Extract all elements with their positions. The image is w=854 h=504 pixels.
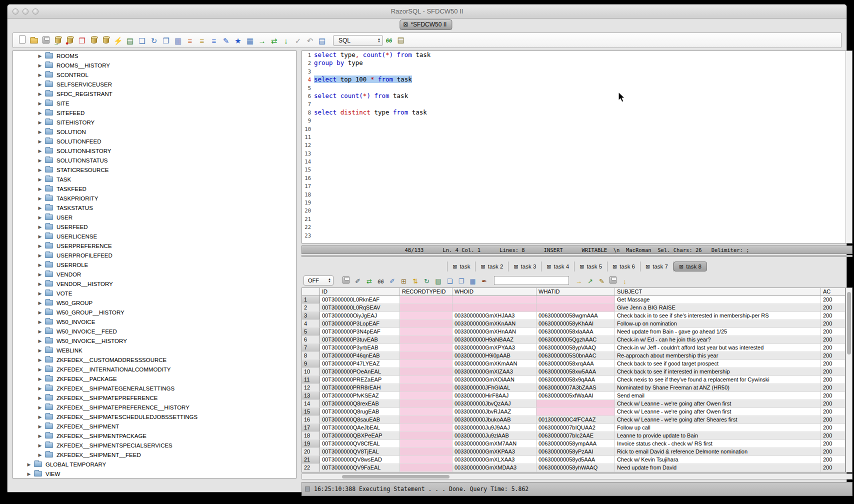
editor-line[interactable]: 13 — [302, 150, 852, 158]
editor-line[interactable]: 10 — [302, 125, 852, 133]
table-cell[interactable]: 0033000000GmXKPAA3 — [452, 448, 536, 456]
disclosure-triangle-icon[interactable]: ▶ — [37, 206, 43, 210]
table-cell[interactable]: Leanne to provide update to Bain — [615, 432, 821, 440]
table-cell[interactable]: 0033000000HirF8AAJ — [452, 392, 536, 400]
disclosure-triangle-icon[interactable]: ▶ — [37, 282, 43, 286]
table-cell[interactable]: 200 — [821, 304, 846, 312]
table-cell[interactable]: 00T3000000QBXPeEAP — [320, 432, 400, 440]
edit-sql-icon[interactable]: ✎ — [221, 36, 231, 46]
table-cell[interactable]: 00630000007A3bZAAS — [536, 384, 615, 392]
table-cell[interactable] — [400, 448, 452, 456]
sidebar-item-sitefeed[interactable]: ▶SITEFEED — [13, 108, 296, 118]
sidebar-item-task[interactable]: ▶TASK — [13, 174, 296, 184]
pen-icon[interactable]: ✒ — [480, 276, 489, 286]
disclosure-triangle-icon[interactable]: ▶ — [37, 443, 43, 448]
table-cell[interactable]: 200 — [821, 384, 846, 392]
table-cell[interactable]: 00T3000000P3tuvEAB — [320, 336, 400, 344]
format-sql-icon[interactable]: ≡ — [209, 36, 219, 46]
table-cell[interactable]: Nominated by Shane Freeman at ANZ (HR50) — [615, 384, 821, 392]
disclosure-triangle-icon[interactable]: ▶ — [37, 253, 43, 258]
table-cell[interactable]: 006300000058yPzAAI — [536, 448, 615, 456]
execute-script-icon[interactable]: ▤ — [125, 36, 135, 46]
sidebar-item-w50-invoice[interactable]: ▶W50_INVOICE — [13, 317, 296, 326]
table-cell[interactable]: 0033000000GmXM7AAN — [452, 440, 536, 448]
sidebar-item-userpreference[interactable]: ▶USERPREFERENCE — [13, 241, 296, 250]
disclosure-triangle-icon[interactable]: ▶ — [37, 186, 43, 192]
table-cell[interactable]: 0033000000Ju9zlAAB — [452, 432, 536, 440]
go-next-icon[interactable]: → — [257, 36, 267, 46]
table-cell[interactable]: 200 — [821, 368, 846, 376]
sql-editor[interactable]: 1select type, count(*) from task2group b… — [302, 50, 852, 244]
table-cell[interactable]: 00T3000000OiyJgEAJ — [320, 312, 400, 320]
disclosure-triangle-icon[interactable]: ▶ — [37, 177, 43, 182]
column-header-whoid[interactable]: WHOID — [452, 288, 536, 296]
validate-icon[interactable]: ✓ — [293, 36, 303, 46]
editor-line[interactable]: 21 — [302, 215, 852, 223]
page-icon[interactable]: ❏ — [445, 276, 454, 286]
close-connections-icon[interactable]: ❐ — [77, 36, 87, 46]
table-cell[interactable] — [536, 296, 615, 304]
editor-line[interactable]: 12 — [302, 141, 852, 149]
table-cell[interactable]: 0033000000JbvQzAAJ — [452, 400, 536, 408]
sidebar-item-zkfedex-internationalcommodity[interactable]: ▶ZKFEDEX__INTERNATIONALCOMMODITY — [13, 364, 296, 374]
table-cell[interactable]: 006300000058xw5AAA — [536, 368, 615, 376]
table-row[interactable]: 2100T3000000QV8wsEAD0033000000GmXLXAA300… — [302, 456, 845, 464]
disclosure-triangle-icon[interactable]: ▶ — [37, 82, 43, 87]
refresh-results-icon[interactable]: ⇄ — [364, 276, 374, 286]
table-cell[interactable]: 200 — [821, 400, 846, 408]
table-cell[interactable]: Follow up call — [615, 424, 821, 432]
close-tab-icon[interactable]: ⊠ — [580, 264, 584, 270]
reload-objects-icon[interactable]: ↻ — [149, 36, 159, 46]
disclosure-triangle-icon[interactable]: ▶ — [37, 196, 43, 201]
table-cell[interactable] — [400, 368, 452, 376]
sidebar-item-vendor-history[interactable]: ▶VENDOR__HISTORY — [13, 279, 296, 288]
disclosure-triangle-icon[interactable]: ▶ — [37, 414, 43, 420]
table-cell[interactable]: Need update from David — [615, 464, 821, 472]
table-cell[interactable]: 00T3000000PRR8rEAH — [320, 384, 400, 392]
table-cell[interactable]: Check back in to see if she's interested… — [615, 312, 821, 320]
close-tab-icon[interactable]: ⊠ — [480, 264, 485, 270]
sidebar-item-rooms[interactable]: ▶ROOMS — [13, 51, 296, 60]
table-cell[interactable]: 200 — [821, 344, 846, 352]
table-cell[interactable]: 00T3000000L0RqSEAV — [320, 304, 400, 312]
sidebar-item-vote[interactable]: ▶VOTE — [13, 288, 296, 298]
table-cell[interactable]: 00T3000000PfvKSEAZ — [320, 392, 400, 400]
sort-lines-icon[interactable]: ≡ — [197, 36, 207, 46]
lookup-66-icon[interactable]: 66 — [384, 36, 394, 46]
sidebar-item-solution[interactable]: ▶SOLUTION — [13, 127, 296, 136]
table-cell[interactable] — [536, 400, 615, 408]
table-row[interactable]: 2200T3000000QV9FaEAL0033000000GmXMDAA300… — [302, 464, 845, 472]
table-cell[interactable]: 0033000000Ju9J9AAJ — [452, 424, 536, 432]
disclosure-triangle-icon[interactable]: ▶ — [37, 234, 43, 239]
reference-book-icon[interactable]: ▥ — [173, 36, 183, 46]
title-bar[interactable]: RazorSQL - SFDCW50 II — [8, 4, 846, 18]
sidebar-item-zkfedex-shipmatescheduledjobssettings[interactable]: ▶ZKFEDEX__SHIPMATESCHEDULEDJOBSSETTINGS — [13, 412, 296, 422]
result-tab-task-7[interactable]: ⊠task 7 — [640, 262, 674, 272]
table-cell[interactable]: Check-in w/ Jeff - couldn't afford last … — [615, 344, 821, 352]
sidebar-item-view[interactable]: ▶VIEW — [13, 469, 296, 478]
table-cell[interactable]: 0033000000GmXIZAA3 — [452, 368, 536, 376]
sidebar-item-zkfedex-package[interactable]: ▶ZKFEDEX__PACKAGE — [13, 374, 296, 384]
table-cell[interactable]: 200 — [821, 416, 846, 424]
table-cell[interactable]: 00T3000000POeAnEAL — [320, 368, 400, 376]
new-connection-icon[interactable] — [89, 35, 99, 45]
editor-line[interactable]: 18 — [302, 190, 852, 198]
sidebar-item-solutionstatus[interactable]: ▶SOLUTIONSTATUS — [13, 156, 296, 165]
table-cell[interactable]: 006300000058wgmAAA — [536, 312, 615, 320]
table-cell[interactable]: 006300000058yKhAAI — [536, 320, 615, 328]
table-cell[interactable]: 200 — [821, 296, 846, 304]
sidebar-item-w50-invoice-feed[interactable]: ▶W50_INVOICE__FEED — [13, 326, 296, 336]
sidebar-item-solutionfeed[interactable]: ▶SOLUTIONFEED — [13, 136, 296, 146]
disclosure-triangle-icon[interactable]: ▶ — [37, 92, 43, 96]
editor-line[interactable]: 2group by type — [302, 59, 852, 67]
table-cell[interactable]: 0033000000H9i0pAAB — [452, 352, 536, 360]
disclosure-triangle-icon[interactable]: ▶ — [37, 168, 43, 172]
sidebar-item-zkfedex-shipment-feed[interactable]: ▶ZKFEDEX__SHIPMENT__FEED — [13, 450, 296, 460]
table-cell[interactable]: Check-in w/ Ed - can he join this year? — [615, 336, 821, 344]
new-file-icon[interactable] — [17, 34, 27, 44]
table-row[interactable]: 1800T3000000QBXPeEAP0033000000Ju9zlAAB00… — [302, 432, 845, 440]
column-header-recordtypeid[interactable]: RECORDTYPEID — [400, 288, 452, 296]
disclosure-triangle-icon[interactable]: ▶ — [37, 291, 43, 296]
table-row[interactable]: 1200T3000000PRR8rEAH0033000000JFhGlAAL00… — [302, 384, 845, 392]
results-table[interactable]: IDRECORDTYPEIDWHOIDWHATIDSUBJECTAC100T30… — [302, 288, 846, 472]
